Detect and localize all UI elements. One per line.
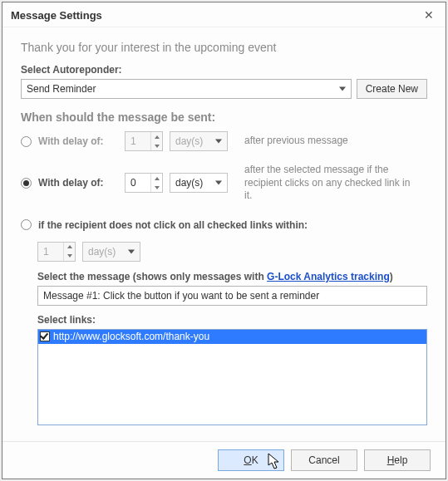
option1-hint: after previous message xyxy=(244,135,348,148)
option-delay-previous[interactable]: With delay of: 1 day(s) after previous m… xyxy=(21,130,427,152)
spin-down-icon[interactable] xyxy=(151,183,162,192)
ok-button[interactable]: OK xyxy=(218,449,284,471)
chevron-down-icon xyxy=(215,181,222,185)
option2-unit-combo[interactable]: day(s) xyxy=(170,173,228,193)
select-message-label: Select the message (shows only messages … xyxy=(37,271,427,282)
radio-delay-selected[interactable] xyxy=(21,178,32,189)
cancel-button[interactable]: Cancel xyxy=(291,449,357,471)
message-selected: Message #1: Click the button if you want… xyxy=(43,290,319,302)
spin-up-icon[interactable] xyxy=(151,174,162,183)
option3-unit-combo[interactable]: day(s) xyxy=(82,242,140,262)
list-item[interactable]: http://www.glocksoft.com/thank-you xyxy=(38,330,426,344)
option1-label: With delay of: xyxy=(38,135,118,147)
help-button[interactable]: Help xyxy=(364,449,431,471)
chevron-down-icon xyxy=(339,87,346,91)
option2-hint: after the selected message if the recipi… xyxy=(244,164,419,203)
message-select[interactable]: Message #1: Click the button if you want… xyxy=(37,286,427,306)
option2-value-spinner[interactable]: 0 xyxy=(125,173,163,193)
option3-label: if the recipient does not click on all c… xyxy=(38,219,308,231)
links-listbox[interactable]: http://www.glocksoft.com/thank-you xyxy=(37,329,427,425)
chevron-down-icon xyxy=(128,249,135,253)
chevron-down-icon xyxy=(215,140,222,144)
message-settings-dialog: Message Settings ✕ Thank you for your in… xyxy=(2,2,446,479)
link-checkbox[interactable] xyxy=(40,331,50,341)
autoresponder-select[interactable]: Send Reminder xyxy=(21,79,352,99)
option-delay-selected[interactable]: With delay of: 0 day(s) after the select… xyxy=(21,164,427,203)
option3-controls: 1 day(s) xyxy=(21,241,427,263)
titlebar: Message Settings ✕ xyxy=(2,2,446,27)
create-new-button[interactable]: Create New xyxy=(357,79,427,99)
spin-up-icon[interactable] xyxy=(151,132,162,141)
tracking-link[interactable]: G-Lock Analytics tracking xyxy=(267,271,390,282)
select-links-label: Select links: xyxy=(37,314,427,326)
link-url: http://www.glocksoft.com/thank-you xyxy=(53,331,209,342)
dialog-footer: OK Cancel Help xyxy=(2,441,446,479)
spin-down-icon[interactable] xyxy=(64,252,75,261)
close-icon[interactable]: ✕ xyxy=(421,7,437,23)
spin-down-icon[interactable] xyxy=(151,141,162,150)
tracking-group: Select the message (shows only messages … xyxy=(21,271,427,425)
intro-text: Thank you for your interest in the upcom… xyxy=(21,41,427,54)
option-no-click[interactable]: if the recipient does not click on all c… xyxy=(21,214,427,236)
option1-value-spinner[interactable]: 1 xyxy=(125,131,163,151)
schedule-heading: When should the message be sent: xyxy=(21,110,427,124)
option1-unit-combo[interactable]: day(s) xyxy=(170,131,228,151)
spin-up-icon[interactable] xyxy=(64,243,75,252)
radio-delay-previous[interactable] xyxy=(21,136,32,147)
autoresponder-label: Select Autoreponder: xyxy=(21,64,427,76)
autoresponder-selected: Send Reminder xyxy=(27,83,96,95)
option3-value-spinner[interactable]: 1 xyxy=(37,242,76,262)
option2-label: With delay of: xyxy=(38,177,118,189)
dialog-title: Message Settings xyxy=(11,9,102,22)
radio-no-click[interactable] xyxy=(21,219,32,230)
